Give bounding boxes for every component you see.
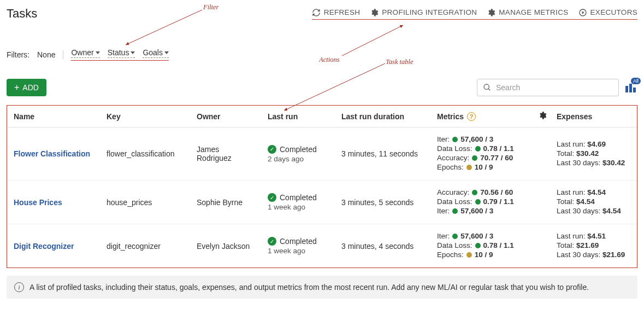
svg-rect-7 xyxy=(629,84,632,92)
play-circle-icon xyxy=(578,8,587,17)
check-circle-icon: ✓ xyxy=(268,145,276,154)
task-table: Name Key Owner Last run Last run duratio… xyxy=(7,105,637,268)
col-settings[interactable] xyxy=(531,106,550,127)
page-title: Tasks xyxy=(7,7,37,21)
refresh-action[interactable]: REFRESH xyxy=(312,8,361,17)
task-name-link[interactable]: House Prices xyxy=(14,198,62,207)
status-dot-icon xyxy=(452,234,458,239)
filter-owner[interactable]: Owner xyxy=(71,48,99,58)
status-dot-icon xyxy=(472,190,477,195)
task-owner: Evelyn Jackson xyxy=(190,224,261,268)
plus-icon: + xyxy=(14,83,19,92)
search-input[interactable] xyxy=(495,83,613,92)
executors-action[interactable]: EXECUTORS xyxy=(578,8,637,17)
filter-goals-label: Goals xyxy=(143,48,163,57)
manage-metrics-action[interactable]: MANAGE METRICS xyxy=(487,8,568,17)
status-dot-icon xyxy=(475,243,481,248)
col-key[interactable]: Key xyxy=(100,106,190,127)
info-icon: i xyxy=(14,282,24,292)
status-dot-icon xyxy=(466,252,472,258)
col-name[interactable]: Name xyxy=(7,106,100,127)
refresh-icon xyxy=(312,8,321,17)
caret-down-icon xyxy=(164,51,169,54)
columns-selector[interactable]: All xyxy=(625,83,637,92)
filters-label: Filters: xyxy=(7,50,29,59)
filter-status[interactable]: Status xyxy=(108,48,135,58)
executors-label: EXECUTORS xyxy=(590,8,637,16)
refresh-label: REFRESH xyxy=(324,8,361,16)
caret-down-icon xyxy=(131,51,135,54)
task-key: flower_classification xyxy=(100,127,190,181)
svg-rect-8 xyxy=(633,88,636,92)
table-row: Digit Recognizerdigit_recognizerEvelyn J… xyxy=(7,224,637,268)
status-dot-icon xyxy=(452,137,458,142)
check-circle-icon: ✓ xyxy=(268,237,276,246)
task-key: digit_recognizer xyxy=(100,224,190,268)
col-metrics-label: Metrics xyxy=(437,112,464,121)
profiling-integration-action[interactable]: PROFILING INTEGRATION xyxy=(370,8,477,17)
status-text: Completed xyxy=(280,237,317,246)
col-expenses[interactable]: Expenses xyxy=(550,106,637,127)
help-icon[interactable]: ? xyxy=(467,112,476,121)
table-row: Flower Classificationflower_classificati… xyxy=(7,127,637,181)
manage-metrics-label: MANAGE METRICS xyxy=(499,8,568,16)
gear-icon xyxy=(487,8,495,17)
filter-status-label: Status xyxy=(108,48,129,57)
col-metrics: Metrics ? xyxy=(430,106,531,127)
task-expenses: Last run: $4.51Total: $21.69Last 30 days… xyxy=(550,224,637,268)
gear-icon xyxy=(538,111,547,120)
status-dot-icon xyxy=(466,165,472,170)
task-expenses: Last run: $4.69Total: $30.42Last 30 days… xyxy=(550,127,637,181)
profiling-integration-label: PROFILING INTEGRATION xyxy=(382,8,477,16)
annotation-arrows xyxy=(7,7,644,116)
task-duration: 3 minutes, 11 seconds xyxy=(335,127,430,181)
task-name-link[interactable]: Digit Recognizer xyxy=(14,242,74,251)
task-metrics: Accuracy: 70.56 / 60Data Loss: 0.79 / 1.… xyxy=(430,181,550,224)
task-owner: Sophie Byrne xyxy=(190,181,261,224)
gear-icon xyxy=(370,8,379,17)
task-owner: James Rodriguez xyxy=(190,127,261,181)
col-last-run-duration[interactable]: Last run duration xyxy=(335,106,430,127)
filters-value: None xyxy=(37,50,63,59)
status-when: 1 week ago xyxy=(268,247,328,255)
status-text: Completed xyxy=(280,193,317,202)
status-dot-icon xyxy=(472,155,477,161)
status-dot-icon xyxy=(475,199,481,205)
status-dot-icon xyxy=(452,208,458,214)
task-expenses: Last run: $4.54Total: $4.54Last 30 days:… xyxy=(550,181,637,224)
status-when: 2 days ago xyxy=(268,155,328,163)
info-text: A list of profiled tasks, including thei… xyxy=(29,283,589,292)
task-duration: 3 minutes, 5 seconds xyxy=(335,181,430,224)
svg-point-4 xyxy=(484,84,489,89)
info-banner: i A list of profiled tasks, including th… xyxy=(7,276,637,299)
col-owner[interactable]: Owner xyxy=(190,106,261,127)
caret-down-icon xyxy=(96,51,100,54)
search-box[interactable] xyxy=(477,79,619,96)
status-dot-icon xyxy=(475,146,481,152)
task-duration: 3 minutes, 4 seconds xyxy=(335,224,430,268)
add-button-label: ADD xyxy=(22,83,39,92)
filter-goals[interactable]: Goals xyxy=(143,48,169,58)
check-circle-icon: ✓ xyxy=(268,193,276,202)
search-icon xyxy=(483,83,492,92)
task-key: house_prices xyxy=(100,181,190,224)
columns-badge: All xyxy=(631,78,641,84)
actions-bar: REFRESH PROFILING INTEGRATION MANAGE MET… xyxy=(312,8,637,20)
col-last-run[interactable]: Last run xyxy=(261,106,335,127)
task-metrics: Iter: 57,600 / 3Data Loss: 0.78 / 1.1Acc… xyxy=(430,127,550,181)
filter-owner-label: Owner xyxy=(71,48,93,57)
status-text: Completed xyxy=(280,145,317,154)
table-row: House Priceshouse_pricesSophie Byrne✓Com… xyxy=(7,181,637,224)
task-name-link[interactable]: Flower Classification xyxy=(14,149,90,158)
svg-rect-6 xyxy=(625,86,628,92)
svg-line-5 xyxy=(488,89,490,90)
task-metrics: Iter: 57,600 / 3Data Loss: 0.78 / 1.1Epo… xyxy=(430,224,550,268)
add-button[interactable]: + ADD xyxy=(7,79,46,96)
status-when: 1 week ago xyxy=(268,203,328,211)
